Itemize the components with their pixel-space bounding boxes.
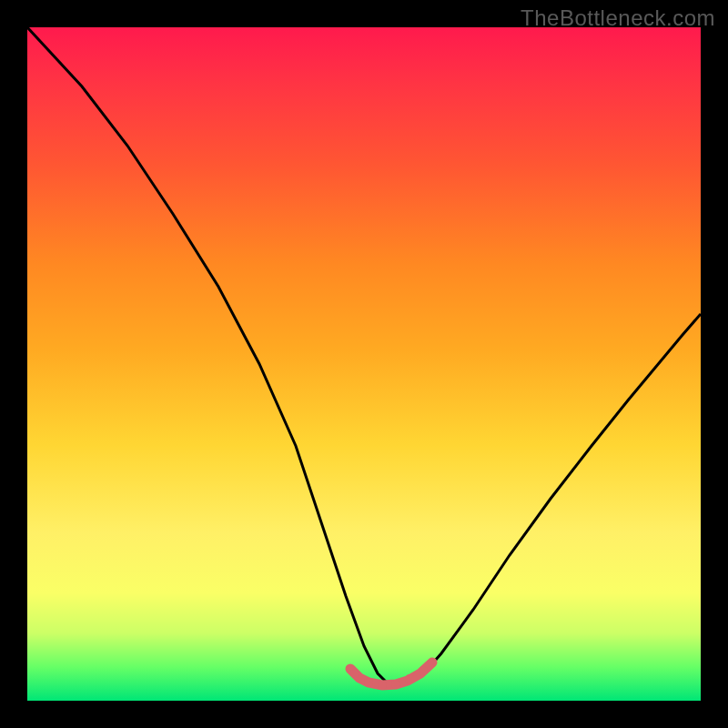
main-curve — [27, 27, 701, 682]
chart-frame: TheBottleneck.com — [0, 0, 728, 728]
svg-point-1 — [364, 678, 373, 687]
plot-area — [27, 27, 701, 701]
svg-point-4 — [405, 674, 414, 683]
svg-point-5 — [419, 666, 428, 675]
svg-point-3 — [391, 680, 400, 689]
svg-point-2 — [378, 681, 387, 690]
watermark-text: TheBottleneck.com — [521, 5, 715, 31]
svg-point-0 — [350, 669, 359, 678]
curve-layer — [27, 27, 701, 701]
